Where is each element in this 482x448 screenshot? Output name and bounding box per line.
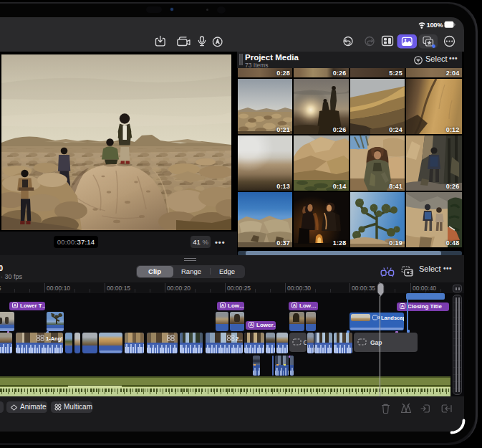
svg-text:100%: 100% bbox=[427, 21, 444, 29]
